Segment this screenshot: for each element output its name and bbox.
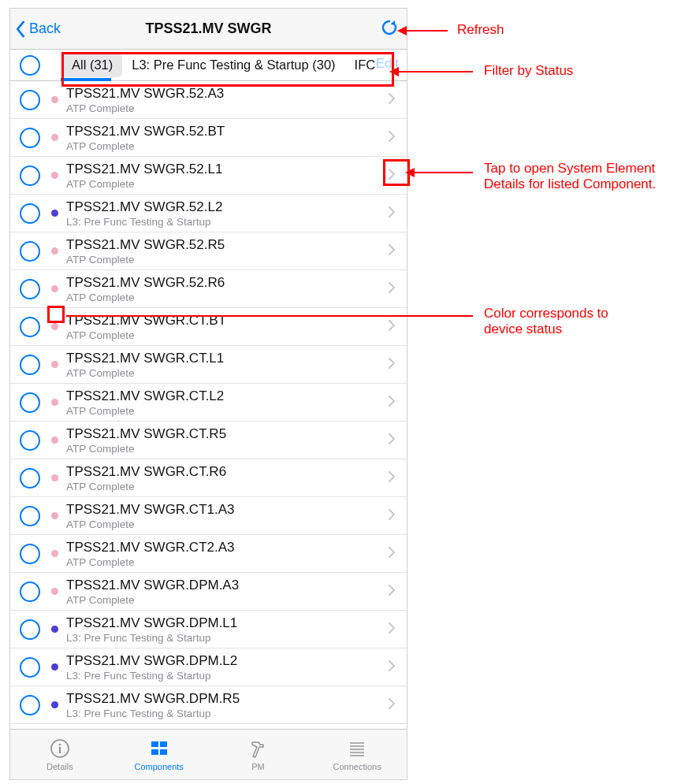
row-subtitle: ATP Complete: [66, 481, 388, 492]
list-item[interactable]: TPSS21.MV SWGR.52.L2L3: Pre Func Testing…: [10, 195, 407, 232]
svg-rect-5: [151, 749, 158, 755]
status-dot: [51, 361, 58, 368]
list-item[interactable]: TPSS21.MV SWGR.CT2.A3ATP Complete: [10, 535, 407, 573]
list-item[interactable]: TPSS21.MV SWGR.DPM.L1L3: Pre Func Testin…: [10, 611, 407, 648]
disclosure-button[interactable]: [388, 660, 396, 675]
list-item[interactable]: TPSS21.MV SWGR.DPM.L2L3: Pre Func Testin…: [10, 648, 407, 686]
list-item[interactable]: TPSS21.MV SWGR.52.BTATP Complete: [10, 119, 407, 157]
status-dot: [51, 588, 58, 595]
chevron-right-icon: [388, 470, 396, 483]
disclosure-button[interactable]: [388, 433, 396, 448]
list-item[interactable]: TPSS21.MV SWGR.52.R5ATP Complete: [10, 232, 407, 270]
row-text: TPSS21.MV SWGR.DPM.R5L3: Pre Func Testin…: [66, 691, 388, 719]
disclosure-button[interactable]: [388, 319, 396, 335]
svg-rect-3: [151, 741, 158, 747]
row-text: TPSS21.MV SWGR.52.L2L3: Pre Func Testing…: [66, 199, 388, 228]
disclosure-button[interactable]: [388, 92, 396, 108]
row-title: TPSS21.MV SWGR.CT.R6: [66, 464, 388, 480]
disclosure-button[interactable]: [388, 168, 396, 184]
row-select-toggle[interactable]: [20, 506, 40, 526]
row-title: TPSS21.MV SWGR.CT.R5: [66, 426, 388, 442]
row-title: TPSS21.MV SWGR.52.R5: [66, 237, 388, 253]
disclosure-button[interactable]: [388, 130, 396, 146]
status-dot: [51, 512, 58, 519]
row-subtitle: ATP Complete: [66, 556, 388, 568]
disclosure-button[interactable]: [388, 395, 396, 411]
row-select-toggle[interactable]: [20, 695, 40, 715]
disclosure-button[interactable]: [388, 470, 396, 486]
chevron-right-icon: [388, 168, 396, 180]
row-title: TPSS21.MV SWGR.DPM.A3: [66, 578, 388, 593]
list-item[interactable]: TPSS21.MV SWGR.52.L1ATP Complete: [10, 157, 407, 195]
segment-all[interactable]: All (31): [62, 53, 122, 77]
tab-components[interactable]: Components: [110, 730, 209, 779]
row-subtitle: ATP Complete: [66, 178, 388, 190]
disclosure-button[interactable]: [388, 281, 396, 297]
chevron-right-icon: [388, 281, 396, 294]
list-item[interactable]: TPSS21.MV SWGR.CT.L2ATP Complete: [10, 384, 407, 422]
list-item[interactable]: TPSS21.MV SWGR.CT.R6ATP Complete: [10, 459, 407, 497]
row-select-toggle[interactable]: [20, 355, 40, 375]
disclosure-button[interactable]: [388, 584, 396, 600]
disclosure-button[interactable]: [388, 546, 396, 562]
disclosure-button[interactable]: [388, 508, 396, 524]
row-select-toggle[interactable]: [20, 317, 40, 337]
disclosure-button[interactable]: [388, 206, 396, 221]
row-select-toggle[interactable]: [20, 619, 40, 640]
row-select-toggle[interactable]: [20, 279, 40, 299]
list-item[interactable]: TPSS21.MV SWGR.CT.L1ATP Complete: [10, 346, 407, 384]
back-button[interactable]: Back: [15, 20, 61, 38]
tab-label: Connections: [333, 762, 381, 771]
chevron-right-icon: [388, 319, 396, 332]
component-list: TPSS21.MV SWGR.52.A3ATP CompleteTPSS21.M…: [10, 81, 407, 729]
row-select-toggle[interactable]: [20, 392, 40, 413]
select-all-toggle[interactable]: [20, 55, 40, 76]
tab-details[interactable]: Details: [10, 730, 110, 779]
connections-icon: [347, 738, 367, 759]
row-title: TPSS21.MV SWGR.52.R6: [66, 275, 388, 291]
list-item[interactable]: TPSS21.MV SWGR.CT.R5ATP Complete: [10, 422, 407, 459]
list-item[interactable]: TPSS21.MV SWGR.52.R6ATP Complete: [10, 270, 407, 308]
annotation-arrow: [397, 71, 473, 72]
row-select-toggle[interactable]: [20, 430, 40, 451]
list-item[interactable]: TPSS21.MV SWGR.DPM.R5L3: Pre Func Testin…: [10, 686, 407, 724]
row-select-toggle[interactable]: [20, 203, 40, 224]
row-select-toggle[interactable]: [20, 657, 40, 678]
list-item[interactable]: TPSS21.MV SWGR.DPM.A3ATP Complete: [10, 573, 407, 611]
row-subtitle: L3: Pre Func Testing & Startup: [66, 708, 388, 719]
disclosure-button[interactable]: [388, 622, 396, 637]
row-subtitle: ATP Complete: [66, 292, 388, 303]
page-title: TPSS21.MV SWGR: [10, 20, 407, 37]
list-item[interactable]: TPSS21.MV SWGR.CT.BTATP Complete: [10, 308, 407, 346]
tab-pm[interactable]: PM: [209, 730, 308, 779]
row-select-toggle[interactable]: [20, 128, 40, 148]
row-select-toggle[interactable]: [20, 581, 40, 602]
tab-connections[interactable]: Connections: [307, 730, 407, 779]
row-select-toggle[interactable]: [20, 241, 40, 262]
row-subtitle: ATP Complete: [66, 443, 388, 455]
disclosure-button[interactable]: [388, 697, 396, 713]
row-title: TPSS21.MV SWGR.DPM.L2: [66, 653, 388, 669]
row-text: TPSS21.MV SWGR.52.BTATP Complete: [66, 124, 388, 152]
list-item[interactable]: TPSS21.MV SWGR.CT1.A3ATP Complete: [10, 497, 407, 535]
row-select-toggle[interactable]: [20, 90, 40, 110]
chevron-right-icon: [388, 584, 396, 596]
segment-l3[interactable]: L3: Pre Func Testing & Startup (30): [122, 53, 344, 77]
row-subtitle: ATP Complete: [66, 405, 388, 417]
row-select-toggle[interactable]: [20, 468, 40, 489]
row-title: TPSS21.MV SWGR.CT1.A3: [66, 502, 388, 518]
disclosure-button[interactable]: [388, 243, 396, 259]
list-item[interactable]: TPSS21.MV SWGR.52.A3ATP Complete: [10, 81, 407, 119]
refresh-button[interactable]: [380, 18, 399, 40]
row-text: TPSS21.MV SWGR.52.A3ATP Complete: [66, 86, 388, 114]
row-subtitle: L3: Pre Func Testing & Startup: [66, 670, 388, 682]
row-select-toggle[interactable]: [20, 544, 40, 564]
row-subtitle: ATP Complete: [66, 140, 388, 152]
disclosure-button[interactable]: [388, 357, 396, 373]
row-select-toggle[interactable]: [20, 165, 40, 186]
row-title: TPSS21.MV SWGR.CT.L2: [66, 388, 388, 404]
annotation-arrow: [66, 315, 473, 317]
row-title: TPSS21.MV SWGR.DPM.L1: [66, 615, 388, 631]
chevron-right-icon: [388, 622, 396, 634]
info-icon: [50, 738, 70, 759]
